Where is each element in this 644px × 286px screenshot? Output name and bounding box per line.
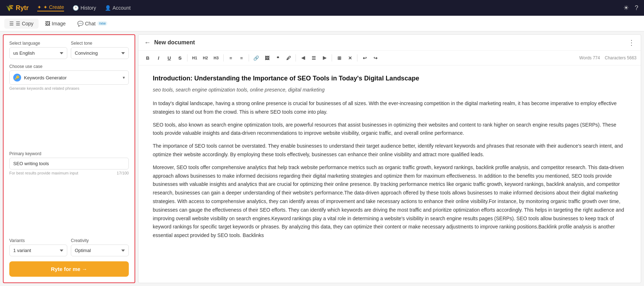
sub-navigation: ☰ ☰ Copy 🖼 Image 💬 Chat new [0, 16, 644, 31]
use-case-value: Keywords Generator [24, 75, 120, 80]
primary-keyword-label: Primary keyword [9, 151, 129, 156]
nav-history[interactable]: 🕐 History [73, 5, 96, 11]
link-button[interactable]: 🔗 [251, 53, 261, 63]
paragraph-4: Moreover, SEO tools offer comprehensive … [153, 163, 626, 240]
align-center-button[interactable]: ☰ [309, 53, 319, 63]
app-name: Rytr [16, 4, 29, 12]
creativity-label: Creativity [71, 238, 129, 243]
toolbar-separator-3 [249, 54, 249, 61]
keyword-counter: 17/100 [117, 171, 129, 175]
use-case-group: Choose use case 🔑 Keywords Generator ▾ G… [9, 64, 129, 146]
highlight-button[interactable]: 🖊 [283, 53, 293, 63]
primary-keyword-group: Primary keyword For best results provide… [9, 151, 129, 233]
h3-button[interactable]: H3 [211, 53, 221, 63]
paragraph-1: In today's digital landscape, having a s… [153, 99, 626, 117]
variants-group: Variants 1 variant 2 variants 3 variants [9, 238, 67, 256]
h2-button[interactable]: H2 [200, 53, 210, 63]
main-content: Select language us English uk English Fr… [0, 31, 644, 286]
document-heading: Introduction: Understanding the Importan… [153, 74, 626, 83]
top-navigation: 🌾 Rytr ✦ ✦ Create 🕐 History 👤 Account ☀ … [0, 0, 644, 16]
creativity-select[interactable]: Optimal Low Medium High [71, 245, 129, 256]
tone-group: Select tone Convincing Formal Casual Hum… [71, 41, 129, 59]
variants-select[interactable]: 1 variant 2 variants 3 variants [9, 245, 67, 256]
editor-toolbar: B I U S H1 H2 H3 ≡ ≡ 🔗 🖼 ❝ 🖊 ⫷ ☰ ⫸ ⊞ ✕ ↩ [138, 51, 641, 65]
chat-icon: 💬 [77, 21, 83, 26]
document-header: ← New document ⋮ [138, 35, 641, 51]
use-case-icon: 🔑 [13, 74, 21, 82]
copy-icon: ☰ [9, 21, 14, 26]
subnav-copy[interactable]: ☰ ☰ Copy [4, 19, 39, 29]
use-case-label: Choose use case [9, 64, 129, 69]
use-case-hint: Generate keywords and related phrases [9, 86, 129, 90]
unordered-list-button[interactable]: ≡ [226, 53, 236, 63]
document-area: ← New document ⋮ B I U S H1 H2 H3 ≡ ≡ 🔗 … [138, 34, 641, 283]
nav-create[interactable]: ✦ ✦ Create [37, 4, 64, 11]
app-logo[interactable]: 🌾 Rytr [6, 4, 29, 12]
use-case-selector[interactable]: 🔑 Keywords Generator ▾ [9, 70, 129, 85]
h1-button[interactable]: H1 [190, 53, 200, 63]
primary-keyword-input[interactable] [9, 158, 129, 169]
back-button[interactable]: ← [144, 39, 151, 46]
chat-new-badge: new [97, 21, 107, 26]
variants-creativity-row: Variants 1 variant 2 variants 3 variants… [9, 238, 129, 256]
subnav-chat[interactable]: 💬 Chat new [72, 19, 113, 29]
italic-button[interactable]: I [153, 53, 164, 63]
topnav-right: ☀ ? [623, 4, 638, 12]
more-options-button[interactable]: ⋮ [628, 39, 635, 46]
document-title: New document [154, 39, 195, 46]
ordered-list-button[interactable]: ≡ [236, 53, 247, 63]
word-count: 774 [593, 55, 600, 60]
image-insert-button[interactable]: 🖼 [262, 53, 272, 63]
redo-button[interactable]: ↪ [370, 53, 380, 63]
use-case-arrow-icon: ▾ [123, 75, 125, 80]
create-icon: ✦ [37, 4, 42, 10]
toolbar-separator-1 [187, 54, 187, 61]
language-group: Select language us English uk English Fr… [9, 41, 67, 59]
table-button[interactable]: ⊞ [334, 53, 344, 63]
bold-button[interactable]: B [143, 53, 153, 63]
doc-header-right: ⋮ [628, 38, 635, 47]
language-label: Select language [9, 41, 67, 46]
subnav-image[interactable]: 🖼 Image [40, 19, 71, 29]
align-right-button[interactable]: ⫸ [319, 53, 330, 63]
toolbar-separator-2 [223, 54, 224, 61]
image-icon: 🖼 [45, 21, 50, 26]
help-button[interactable]: ? [635, 4, 638, 12]
paragraph-2: SEO tools, also known as search engine o… [153, 121, 626, 138]
toolbar-separator-4 [296, 54, 296, 61]
tone-label: Select tone [71, 41, 129, 46]
word-char-count: Words 774 Characters 5663 [579, 55, 636, 60]
quote-button[interactable]: ❝ [273, 53, 283, 63]
theme-toggle-button[interactable]: ☀ [623, 4, 629, 12]
sidebar-panel: Select language us English uk English Fr… [3, 34, 135, 283]
document-content[interactable]: Introduction: Understanding the Importan… [138, 65, 641, 283]
toolbar-separator-6 [357, 54, 357, 61]
language-tone-row: Select language us English uk English Fr… [9, 41, 129, 59]
primary-keyword-hint: For best results provide maximum input [9, 171, 78, 175]
underline-button[interactable]: U [164, 53, 174, 63]
clear-format-button[interactable]: ✕ [345, 53, 355, 63]
account-icon: 👤 [105, 5, 111, 11]
logo-icon: 🌾 [6, 4, 14, 12]
align-left-button[interactable]: ⫷ [298, 53, 308, 63]
creativity-group: Creativity Optimal Low Medium High [71, 238, 129, 256]
language-select[interactable]: us English uk English French Spanish [9, 47, 67, 59]
char-count: 5663 [627, 55, 636, 60]
document-subtitle: seo tools, search engine optimization to… [153, 86, 626, 94]
strikethrough-button[interactable]: S [175, 53, 185, 63]
nav-account[interactable]: 👤 Account [105, 5, 131, 11]
variants-label: Variants [9, 238, 67, 243]
undo-button[interactable]: ↩ [360, 53, 370, 63]
tone-select[interactable]: Convincing Formal Casual Humorous [71, 47, 129, 59]
toolbar-separator-5 [332, 54, 332, 61]
ryte-for-me-button[interactable]: Ryte for me → [9, 261, 129, 277]
history-icon: 🕐 [73, 5, 79, 11]
paragraph-3: The importance of SEO tools cannot be ov… [153, 142, 626, 159]
